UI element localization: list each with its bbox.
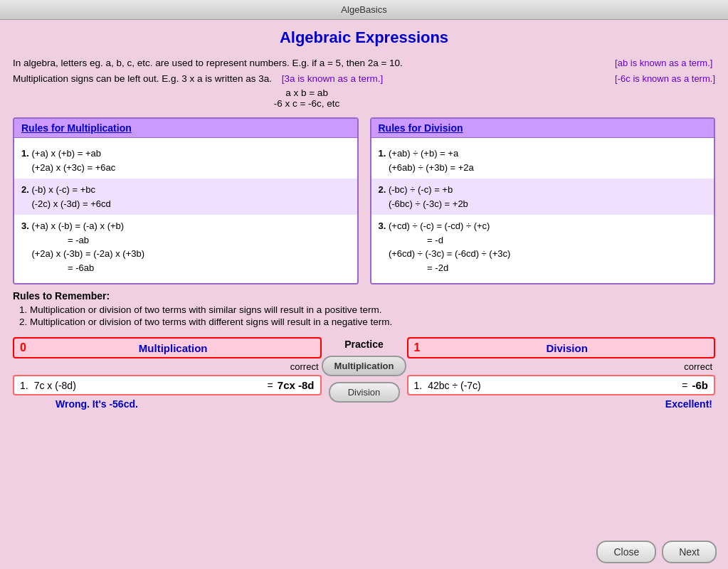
practice-center: Practice Multiplication Division: [322, 337, 407, 410]
multiplication-rules-box: Rules for Multiplication 1. (+a) x (+b) …: [13, 117, 359, 284]
title-bar: AlgeBasics: [0, 0, 728, 20]
division-label: Division: [426, 342, 708, 354]
practice-section: 0 Multiplication correct 1. 7c x (-8d) =…: [13, 337, 715, 410]
terms-info: [ab is known as a term.] [-6c is known a…: [615, 55, 715, 87]
term1: [3a is known as a term.]: [282, 73, 384, 84]
multiplication-rules-body: 1. (+a) x (+b) = +ab (+2a) x (+3c) = +6a…: [14, 138, 357, 283]
division-feedback: Excellent!: [407, 398, 716, 410]
close-button[interactable]: Close: [596, 541, 656, 563]
remember-rule-2: Multiplication or division of two terms …: [30, 317, 715, 327]
multiplication-score-box: 0 Multiplication: [13, 337, 322, 358]
mult-answer: 7cx -8d: [278, 379, 315, 391]
multiplication-practice-btn[interactable]: Multiplication: [322, 356, 407, 376]
mult-rule-1: 1. (+a) x (+b) = +ab (+2a) x (+3c) = +6a…: [21, 142, 350, 179]
div-question-num: 1.: [414, 380, 423, 391]
mult-rule-3: 3. (+a) x (-b) = (-a) x (+b) = -ab (+2a)…: [21, 215, 350, 279]
practice-label: Practice: [344, 339, 383, 350]
equations: a x b = ab -6 x c = -6c, etc: [13, 87, 601, 109]
multiplication-score: 0: [20, 341, 26, 354]
app-title: AlgeBasics: [341, 4, 386, 15]
div-rule-2: 2. (-bc) ÷ (-c) = +b (-6bc) ÷ (-3c) = +2…: [371, 179, 714, 215]
term3: [-6c is known as a term.]: [615, 71, 715, 87]
division-rules-header: Rules for Division: [371, 119, 714, 138]
multiplication-answer-row: 1. 7c x (-8d) = 7cx -8d: [13, 375, 322, 395]
multiplication-feedback: Wrong. It's -56cd.: [13, 398, 322, 410]
practice-right: 1 Division correct 1. 42bc ÷ (-7c) = -6b…: [407, 337, 716, 410]
div-rule-1: 1. (+ab) ÷ (+b) = +a (+6ab) ÷ (+3b) = +2…: [379, 142, 707, 179]
multiplication-label: Multiplication: [32, 342, 315, 354]
multiplication-rules-header: Rules for Multiplication: [14, 119, 357, 138]
rules-to-remember: Rules to Remember: Multiplication or div…: [13, 290, 715, 329]
page-title: Algebraic Expressions: [13, 28, 715, 47]
bottom-bar: Close Next: [0, 535, 728, 569]
mult-rule-2: 2. (-b) x (-c) = +bc (-2c) x (-3d) = +6c…: [14, 179, 357, 215]
division-answer-row: 1. 42bc ÷ (-7c) = -6b: [407, 375, 716, 395]
practice-left: 0 Multiplication correct 1. 7c x (-8d) =…: [13, 337, 322, 410]
div-answer: -6b: [692, 379, 709, 391]
division-practice-btn[interactable]: Division: [329, 382, 400, 403]
term2: [ab is known as a term.]: [615, 55, 715, 71]
rules-remember-header: Rules to Remember:: [13, 290, 715, 302]
mult-question-num: 1.: [20, 380, 28, 391]
next-button[interactable]: Next: [662, 541, 717, 563]
intro-line1: In algebra, letters eg. a, b, c, etc. ar…: [13, 55, 601, 71]
division-rules-box: Rules for Division 1. (+ab) ÷ (+b) = +a …: [370, 117, 716, 284]
div-question: 42bc ÷ (-7c): [428, 380, 677, 391]
division-rules-body: 1. (+ab) ÷ (+b) = +a (+6ab) ÷ (+3b) = +2…: [371, 138, 714, 283]
intro-line2: Multiplication signs can be left out. E.…: [13, 71, 601, 87]
div-rule-3: 3. (+cd) ÷ (-c) = (-cd) ÷ (+c) = -d (+6c…: [379, 215, 707, 279]
remember-rule-1: Multiplication or division of two terms …: [30, 304, 715, 315]
division-correct: correct: [407, 361, 716, 372]
multiplication-correct: correct: [13, 361, 322, 372]
mult-question: 7c x (-8d): [34, 380, 263, 391]
division-score: 1: [414, 341, 421, 354]
division-score-box: 1 Division: [407, 337, 716, 358]
